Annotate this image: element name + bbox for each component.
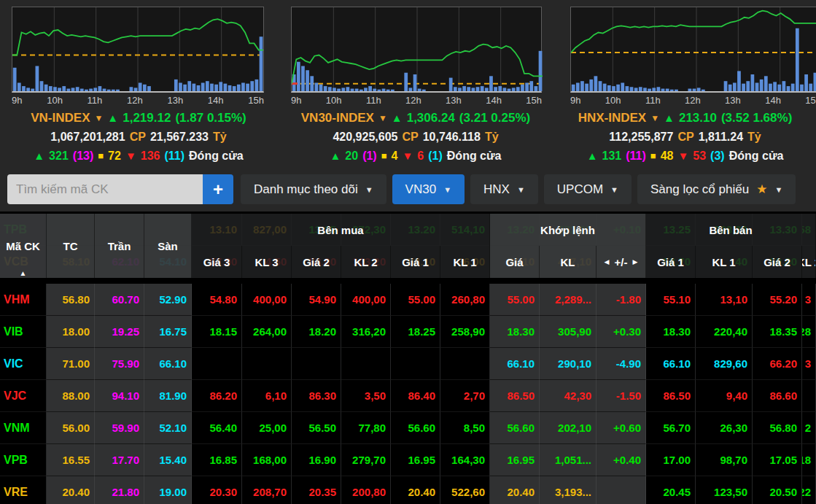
table-header: Mã CK ▲ TC Trần Sàn Bên mua Khớp lệnh Bê… — [0, 214, 816, 278]
add-symbol-button[interactable]: + — [203, 174, 233, 204]
prev-arrow-icon[interactable]: ◀ — [605, 258, 610, 265]
price-cell: 18.20 — [292, 316, 341, 348]
price-cell: 21.80 — [95, 476, 144, 504]
price-cell: 42,30 — [540, 380, 597, 412]
price-cell: 59.90 — [95, 412, 144, 444]
col-header-buy-price1[interactable]: Giá 1 — [391, 246, 440, 278]
price-cell: 15.40 — [144, 444, 192, 476]
price-cell: 18.35 — [753, 316, 802, 348]
col-header-sell-vol2[interactable]: KL 2 — [802, 246, 816, 278]
tab-hnx[interactable]: HNX ▼ — [470, 174, 538, 204]
index-up-icon: ▲ — [107, 109, 118, 128]
change-label: +/- — [615, 256, 628, 268]
tab-vn30-label: VN30 — [405, 182, 437, 197]
price-cell: 522,60 — [440, 476, 490, 504]
price-cell: 66.10 — [144, 348, 192, 380]
tab-upcom[interactable]: UPCOM ▼ — [544, 174, 632, 204]
time-label: 11h — [645, 95, 661, 106]
price-cell: 55.10 — [646, 284, 696, 316]
price-cell: +0.30 — [597, 316, 646, 348]
index-chart — [292, 7, 543, 91]
price-cell: 16.95 — [391, 444, 440, 476]
price-cell: 220,40 — [696, 316, 753, 348]
floor-count: (1) — [428, 147, 443, 166]
col-header-matched-price[interactable]: Giá — [490, 246, 540, 278]
price-cell: 81.90 — [144, 380, 192, 412]
time-axis: 9h10h11h12h13h14h15h — [570, 93, 816, 107]
search-group: + — [7, 174, 233, 204]
cp-label: CP — [402, 128, 418, 147]
index-chart-panel — [12, 7, 264, 93]
col-header-sell-price2[interactable]: Giá 2 — [753, 246, 802, 278]
stock-row[interactable]: VIC71.0075.9066.1066.10290,10-4.9066.108… — [0, 348, 816, 380]
index-block: 9h10h11h12h13h14h15h VN-INDEX ▼ ▲ 1,219.… — [0, 7, 277, 166]
next-arrow-icon[interactable]: ▶ — [632, 258, 637, 265]
ceiling-count: (11) — [626, 147, 646, 166]
price-cell — [597, 476, 646, 504]
symbol-cell: VPB — [0, 444, 47, 476]
price-cell: 19.00 — [144, 476, 192, 504]
price-cell: 86.30 — [292, 380, 341, 412]
price-cell: 164,30 — [440, 444, 490, 476]
time-label: 11h — [366, 95, 381, 106]
group-header-sell: Bên bán — [646, 214, 816, 246]
symbol-cell: VRE — [0, 476, 47, 504]
index-chart-panel — [291, 7, 542, 93]
col-header-buy-vol1[interactable]: KL 1 — [440, 246, 490, 278]
col-header-matched-vol[interactable]: KL — [540, 246, 597, 278]
col-header-buy-price2[interactable]: Giá 2 — [292, 246, 341, 278]
price-cell: 66.10 — [646, 348, 696, 380]
price-cell: 290,10 — [540, 348, 597, 380]
col-header-floor[interactable]: Sàn — [144, 214, 192, 278]
col-header-buy-vol3[interactable]: KL 3 — [242, 246, 292, 278]
price-cell: 25,00 — [242, 412, 292, 444]
index-info: VN-INDEX ▼ ▲ 1,219.12 (1.87 0.15%) 1,067… — [0, 107, 277, 166]
price-cell: 56.60 — [391, 412, 440, 444]
col-header-symbol[interactable]: Mã CK ▲ — [0, 214, 47, 278]
price-cell: 26,30 — [696, 412, 753, 444]
price-cell: 19.25 — [95, 316, 144, 348]
price-cell: 20.40 — [47, 476, 95, 504]
session-status: Đóng cửa — [189, 147, 244, 166]
stock-row[interactable]: VIB18.0019.2516.7518.15264,0018.20316,20… — [0, 316, 816, 348]
col-header-tc[interactable]: TC — [47, 214, 95, 278]
col-header-sell-price1[interactable]: Giá 1 — [646, 246, 696, 278]
col-header-buy-price3[interactable]: Giá 3 — [192, 246, 242, 278]
price-cell: 400,00 — [242, 284, 292, 316]
chevron-down-icon: ▼ — [610, 185, 618, 194]
watchlist-label: Danh mục theo dõi — [254, 182, 358, 197]
table-body: VHM56.8060.7052.9054.80400,0054.90400,00… — [0, 284, 816, 504]
decliners-icon: ▼ — [402, 147, 413, 166]
stock-row[interactable]: VPB16.5517.7015.4016.85168,0016.90279,70… — [0, 444, 816, 476]
index-dropdown-icon[interactable]: ▼ — [94, 109, 103, 128]
index-dropdown-icon[interactable]: ▼ — [378, 109, 387, 128]
col-header-buy-vol2[interactable]: KL 2 — [341, 246, 391, 278]
index-value: 1,306.24 — [407, 109, 455, 128]
col-header-ceiling[interactable]: Trần — [95, 214, 144, 278]
ceiling-count: (1) — [362, 147, 377, 166]
time-label: 10h — [47, 95, 63, 106]
price-cell: 200,80 — [341, 476, 391, 504]
stock-row[interactable]: VRE20.4021.8019.0020.30208,7020.35200,80… — [0, 476, 816, 504]
col-header-sell-vol1[interactable]: KL 1 — [696, 246, 753, 278]
index-change: (3.21 0.25%) — [459, 109, 530, 128]
price-cell: 77,80 — [341, 412, 391, 444]
stock-row[interactable]: VHM56.8060.7052.9054.80400,0054.90400,00… — [0, 284, 816, 316]
price-cell: 54.80 — [192, 284, 242, 316]
price-cell: 86.40 — [391, 380, 440, 412]
price-cell: 264,00 — [242, 316, 292, 348]
index-dropdown-icon[interactable]: ▼ — [650, 109, 659, 128]
advancers-count: 20 — [345, 147, 358, 166]
watchlist-button[interactable]: Danh mục theo dõi ▼ — [241, 174, 386, 204]
index-shares: 420,925,605 — [333, 128, 397, 147]
stock-row[interactable]: VNM56.0059.9052.1056.4025,0056.5077,8056… — [0, 412, 816, 444]
index-shares: 112,255,877 — [609, 128, 673, 147]
star-icon: ★ — [756, 182, 767, 197]
index-info: HNX-INDEX ▼ ▲ 213.10 (3.52 1.68%) 112,25… — [554, 107, 816, 166]
stock-row[interactable]: VJC88.0094.1081.9086.206,1086.303,5086.4… — [0, 380, 816, 412]
search-input[interactable] — [7, 174, 203, 204]
advancers-count: 321 — [49, 147, 69, 166]
stock-filter-button[interactable]: Sàng lọc cổ phiếu ★ ▼ — [637, 174, 796, 204]
ty-label: Tỷ — [213, 128, 227, 147]
tab-vn30[interactable]: VN30 ▼ — [392, 174, 465, 204]
